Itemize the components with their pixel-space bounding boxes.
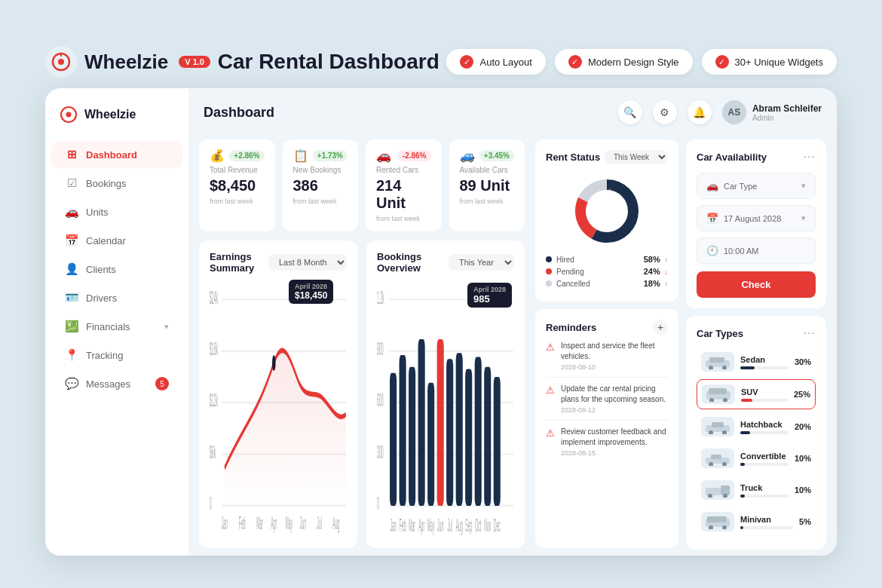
car-type-icon: 🚗 [706, 180, 718, 191]
charts-row: Earnings Summary Last 8 Month $24k $18k … [199, 240, 525, 548]
check-icon-1: ✓ [460, 55, 473, 69]
svg-rect-45 [494, 377, 501, 506]
sidebar-item-units[interactable]: 🚗 Units [51, 198, 182, 225]
brand-area: Wheelzie V 1.0 [45, 46, 210, 78]
legend-hired: Hired 58% ↑ [546, 255, 668, 264]
dashboard-icon: ⊞ [65, 148, 78, 161]
available-value: 89 Unit [460, 177, 515, 194]
svg-text:May: May [427, 516, 435, 535]
reminder-text-3: Review customer feedback and implement i… [561, 427, 668, 448]
svg-text:Nov: Nov [484, 516, 491, 535]
available-badge: +3.45% [479, 150, 514, 161]
svg-point-1 [58, 59, 64, 65]
time-field[interactable]: 🕙 10:00 AM [697, 237, 816, 264]
earnings-chart-header: Earnings Summary Last 8 Month [210, 251, 347, 274]
sidebar-item-calendar[interactable]: 📅 Calendar [51, 227, 182, 254]
svg-text:0: 0 [377, 494, 379, 513]
bookings-icon: ☑ [65, 176, 78, 190]
pending-label: Pending [556, 268, 584, 276]
stat-card-revenue: 💰 +2.86% Total Revenue $8,450 from last … [199, 139, 275, 231]
donut-container [546, 173, 668, 249]
pill-1: ✓ Auto Layout [446, 49, 545, 75]
top-title: Car Rental Dashboard [218, 50, 439, 74]
svg-text:900: 900 [377, 339, 384, 359]
svg-point-15 [272, 355, 276, 371]
rent-status-card: Rent Status This Week [535, 139, 678, 302]
search-button[interactable]: 🔍 [618, 100, 642, 124]
svg-text:300: 300 [377, 443, 384, 462]
bookings-stat-icon: 📋 [293, 149, 308, 163]
svg-text:Mar: Mar [409, 516, 415, 535]
svg-text:Apr: Apr [418, 516, 424, 535]
svg-text:$6k: $6k [210, 443, 216, 462]
bookings-chart-title: Bookings Overview [377, 251, 449, 274]
sidebar-item-label-tracking: Tracking [86, 350, 123, 361]
svg-text:Jul: Jul [447, 516, 452, 535]
bookings-sub: from last week [293, 198, 348, 205]
rent-status-filter[interactable]: This Week [605, 150, 668, 164]
bookings-svg-container: 1.2k 900 600 300 0 [377, 280, 514, 537]
earnings-svg: $24k $18k $12k $6k 0 [210, 280, 347, 537]
availability-menu[interactable]: ··· [804, 150, 816, 164]
tracking-icon: 📍 [65, 348, 78, 362]
date-text: 17 August 2028 [724, 214, 781, 223]
sidebar-item-label-units: Units [86, 207, 109, 218]
hired-label: Hired [556, 256, 574, 264]
add-reminder-button[interactable]: + [653, 320, 668, 335]
bookings-filter[interactable]: This Year [449, 254, 514, 271]
sidebar-item-dashboard[interactable]: ⊞ Dashboard [51, 141, 182, 168]
units-icon: 🚗 [65, 205, 78, 219]
settings-button[interactable]: ⚙ [653, 100, 677, 124]
reminder-text-1: Inspect and service the fleet vehicles. [561, 341, 668, 362]
svg-rect-43 [475, 357, 482, 506]
date-arrow: ▾ [801, 213, 806, 223]
car-types-menu[interactable]: ··· [804, 326, 816, 340]
reminder-text-2: Update the car rental pricing plans for … [561, 384, 668, 405]
car-type-field[interactable]: 🚗 Car Type ▾ [697, 173, 816, 199]
dashboard-container: Wheelzie ⊞ Dashboard ☑ Bookings 🚗 Units … [45, 88, 837, 556]
svg-text:Jul: Jul [317, 514, 322, 534]
sidebar-item-messages[interactable]: 💬 Messages 5 [51, 370, 182, 397]
minivan-pct: 5% [799, 517, 811, 526]
svg-text:0: 0 [210, 494, 212, 513]
sidebar-item-tracking[interactable]: 📍 Tracking [51, 341, 182, 369]
svg-text:Jun: Jun [300, 514, 306, 534]
date-field[interactable]: 📅 17 August 2028 ▾ [697, 205, 816, 231]
header-actions: 🔍 ⚙ 🔔 AS Abram Schleifer Admin [618, 100, 822, 124]
check-button[interactable]: Check [697, 271, 816, 298]
svg-rect-37 [418, 339, 425, 506]
svg-rect-66 [709, 388, 727, 394]
svg-text:May: May [285, 514, 292, 534]
svg-text:Aug: Aug [332, 514, 339, 534]
minivan-name: Minivan [740, 515, 793, 524]
hatchback-img [701, 417, 734, 436]
svg-text:Sep: Sep [465, 516, 472, 535]
truck-pct: 10% [795, 485, 811, 495]
pending-dot [546, 268, 552, 274]
hatchback-pct: 20% [795, 422, 811, 431]
car-type-hatchback: Hatchback 20% [697, 412, 816, 441]
earnings-title: Earnings Summary [210, 251, 268, 274]
bookings-label: New Bookings [293, 166, 348, 174]
car-types-card: Car Types ··· Sedan 30% [686, 316, 826, 550]
sidebar-item-clients[interactable]: 👤 Clients [51, 256, 182, 283]
bookings-badge: +1.73% [313, 150, 348, 161]
reminder-date-2: 2028-08-12 [561, 406, 668, 414]
car-type-sedan: Sedan 30% [697, 348, 816, 376]
bookings-value: 386 [293, 177, 348, 194]
svg-rect-36 [409, 367, 415, 506]
suv-img [702, 384, 735, 404]
notifications-button[interactable]: 🔔 [688, 100, 712, 124]
reminder-icon-3: ⚠ [546, 427, 555, 457]
earnings-filter[interactable]: Last 8 Month [268, 254, 347, 271]
sidebar-brand: Wheelzie [45, 105, 188, 138]
revenue-badge: +2.86% [229, 150, 264, 161]
reminder-icon-2: ⚠ [546, 384, 555, 414]
svg-text:Mar: Mar [256, 514, 263, 534]
sidebar-item-financials[interactable]: 💹 Financials ▾ [51, 313, 182, 340]
sidebar-item-drivers[interactable]: 🪪 Drivers [51, 284, 182, 311]
svg-text:$24k: $24k [210, 288, 218, 308]
available-icon: 🚙 [460, 149, 475, 163]
sidebar-item-bookings[interactable]: ☑ Bookings [51, 170, 182, 197]
messages-badge: 5 [155, 377, 169, 390]
